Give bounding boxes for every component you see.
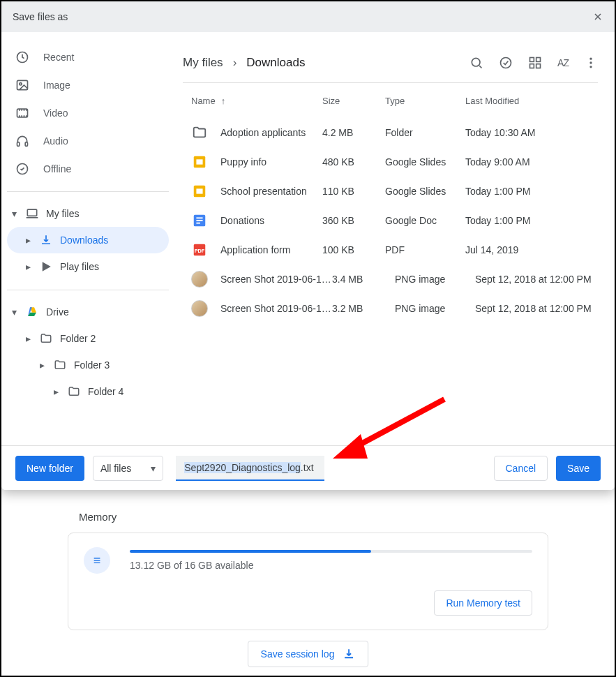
tree-folder3[interactable]: ▸ Folder 3 [7,352,169,378]
thumbnail-icon [191,300,208,317]
thumbnail-icon [191,271,208,288]
tree-label: Drive [46,306,69,318]
memory-icon: ≡ [84,547,110,574]
memory-section-title: Memory [79,511,548,523]
sort-asc-icon: ↑ [221,96,226,106]
chevron-down-icon: ▾ [10,308,18,316]
clock-icon [15,50,29,64]
chevron-right-icon: ▸ [24,262,32,271]
table-row[interactable]: Puppy info 480 KB Google Slides Today 9:… [183,147,598,177]
file-modified: Today 1:00 PM [465,186,598,197]
breadcrumb-current: Downloads [246,56,305,70]
table-row[interactable]: Screen Shot 2019-06-19 ... 3.4 MB PNG im… [183,265,598,294]
file-name: Puppy info [220,156,266,168]
more-icon[interactable] [584,56,598,70]
slides-icon [191,183,208,200]
file-name: Donations [220,215,264,226]
sidebar-item-video[interactable]: Video [7,99,169,127]
svg-rect-23 [196,220,202,221]
grid-view-icon[interactable] [528,56,542,70]
tree-label: Folder 3 [74,359,110,371]
file-size: 3.2 MB [332,303,395,314]
folder-icon [67,385,81,399]
table-row[interactable]: School presentation 110 KB Google Slides… [183,177,598,206]
tree-drive[interactable]: ▾ Drive [7,299,169,325]
sidebar-item-label: Audio [43,135,68,147]
tree-downloads[interactable]: ▸ Downloads [7,227,169,253]
svg-rect-11 [536,58,541,62]
svg-point-16 [589,66,592,68]
tree-label: Downloads [60,235,108,246]
folder-icon [191,124,208,141]
run-memory-test-button[interactable]: Run Memory test [434,590,532,616]
sidebar: Recent Image Video Audio Offline [1,32,174,445]
new-folder-button[interactable]: New folder [15,456,84,481]
sidebar-item-recent[interactable]: Recent [7,43,169,71]
memory-card: ≡ 13.12 GB of 16 GB available Run Memory… [68,533,548,630]
slides-icon [191,154,208,170]
sidebar-item-image[interactable]: Image [7,71,169,99]
save-button[interactable]: Save [556,456,601,481]
files-table: Name ↑ Size Type Last Modified Adoption … [183,83,598,323]
table-row[interactable]: Adoption applicants 4.2 MB Folder Today … [183,118,598,147]
file-size: 100 KB [322,244,385,255]
chevron-right-icon: ▸ [38,361,46,369]
breadcrumb-root[interactable]: My files [183,56,223,70]
breadcrumb: My files › Downloads AZ [183,46,598,80]
table-header[interactable]: Name ↑ Size Type Last Modified [183,83,598,118]
folder-icon [53,358,67,372]
svg-rect-5 [25,142,27,147]
sidebar-item-offline[interactable]: Offline [7,155,169,183]
svg-rect-24 [196,223,200,224]
file-type-select[interactable]: All files ▾ [93,456,163,481]
file-name: Screen Shot 2019-06-19 ... [220,274,332,285]
tree-label: Folder 4 [88,386,123,397]
svg-rect-12 [530,64,534,68]
chevron-right-icon: ▸ [24,334,32,343]
dialog-title: Save files as [13,11,68,22]
svg-rect-20 [196,188,202,193]
sidebar-item-label: Recent [43,52,74,63]
file-type: PNG image [395,303,475,314]
file-size: 110 KB [322,186,385,197]
search-icon[interactable] [469,56,483,70]
file-type: Google Slides [385,156,465,168]
docs-icon [191,212,208,229]
sidebar-item-label: Image [43,80,70,91]
cancel-button[interactable]: Cancel [494,456,548,481]
tree-playfiles[interactable]: ▸ Play files [7,253,169,280]
play-icon [39,260,53,274]
table-row[interactable]: Donations 360 KB Google Doc Today 1:00 P… [183,206,598,235]
file-modified: Today 10:30 AM [465,127,598,138]
tree-folder2[interactable]: ▸ Folder 2 [7,325,169,352]
table-row[interactable]: PDFApplication form 100 KB PDF Jul 14, 2… [183,235,598,265]
check-circle-icon[interactable] [499,56,513,70]
close-icon[interactable] [592,11,603,22]
sidebar-item-audio[interactable]: Audio [7,127,169,155]
svg-rect-4 [17,142,20,147]
save-session-log-button[interactable]: Save session log [248,641,369,667]
chevron-right-icon: › [233,56,237,70]
col-name: Name [191,96,216,106]
tree-myfiles[interactable]: ▾ My files [7,200,169,227]
filename-input[interactable] [176,456,324,481]
file-type: Google Slides [385,186,465,197]
save-session-log-label: Save session log [261,648,335,660]
table-row[interactable]: Screen Shot 2019-06-19 ... 3.2 MB PNG im… [183,294,598,323]
drive-icon [25,305,39,319]
svg-point-15 [589,61,592,64]
file-name: Application form [220,244,290,255]
svg-rect-22 [196,217,202,218]
tree-folder4[interactable]: ▸ Folder 4 [7,378,169,405]
memory-usage-text: 13.12 GB of 16 GB available [130,560,532,571]
tree-label: Play files [60,261,99,272]
divider [7,191,169,192]
folder-icon [39,332,53,345]
file-type-value: All files [100,463,131,474]
save-files-dialog: Save files as Recent Image Video [1,1,615,490]
chevron-right-icon: ▸ [52,387,60,396]
pdf-icon: PDF [191,241,208,258]
chevron-right-icon: ▸ [24,236,32,244]
sort-az-icon[interactable]: AZ [557,57,569,68]
svg-text:PDF: PDF [195,248,205,254]
